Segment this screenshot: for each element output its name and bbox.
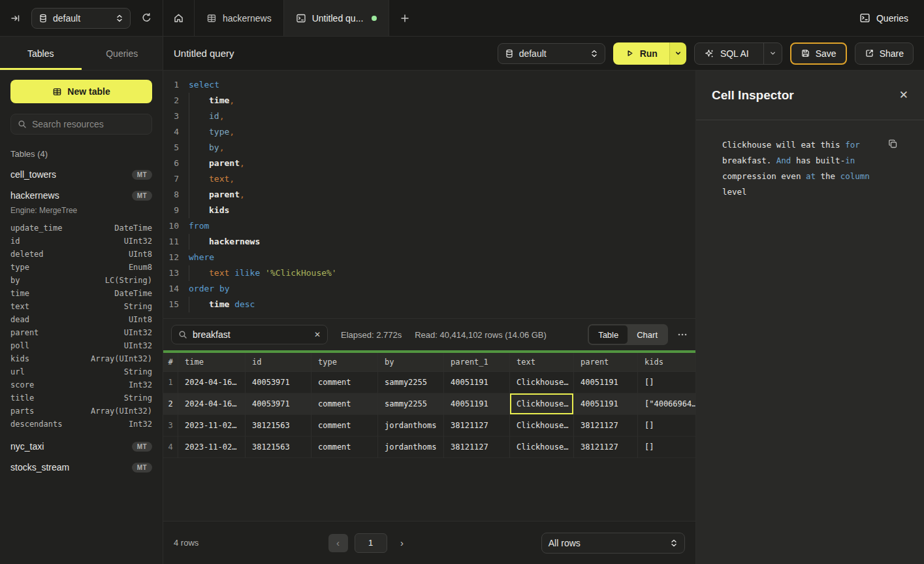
results-toolbar: ✕ Elapsed: 2.772s Read: 40,414,102 rows … <box>163 319 695 350</box>
cell[interactable]: 40051191 <box>574 393 638 415</box>
copy-icon[interactable] <box>887 139 898 149</box>
cell[interactable]: 40053971 <box>246 393 311 415</box>
cell[interactable]: 38121563 <box>246 415 311 437</box>
cell[interactable]: 2023-11-02… <box>178 437 246 458</box>
new-table-button[interactable]: New table <box>10 80 152 103</box>
col-header-text[interactable]: text <box>510 353 574 372</box>
schema-row: descendantsInt32 <box>10 418 152 431</box>
sidebar-tab-tables[interactable]: Tables <box>0 37 82 70</box>
schema-row: deadUInt8 <box>10 313 152 326</box>
query-title: Untitled query <box>174 48 490 59</box>
chevron-down-icon <box>675 50 682 57</box>
editor-results-column: 1select 2time, 3id, 4type, 5by, 6parent,… <box>163 71 695 564</box>
code-line: 13text ilike '%ClickHouse%' <box>163 265 695 281</box>
run-options-button[interactable] <box>669 42 686 65</box>
col-header-type[interactable]: type <box>311 353 378 372</box>
toggle-chart[interactable]: Chart <box>628 325 667 344</box>
col-header-kids[interactable]: kids <box>638 353 695 372</box>
sql-ai-options-button[interactable] <box>763 43 782 64</box>
cell[interactable]: ["40066964… <box>638 393 695 415</box>
cell[interactable]: jordanthoms <box>378 415 444 437</box>
sidebar-tab-queries[interactable]: Queries <box>82 37 163 70</box>
resource-search-input[interactable] <box>32 119 150 129</box>
cell[interactable]: Clickhouse… <box>510 437 574 458</box>
engine-label: Engine: MergeTree <box>10 206 152 215</box>
cell[interactable]: 40053971 <box>246 372 311 393</box>
close-icon[interactable]: ✕ <box>899 88 908 102</box>
cell[interactable]: comment <box>311 372 378 393</box>
search-icon <box>18 120 27 129</box>
cell[interactable]: 2024-04-16… <box>178 372 246 393</box>
cell[interactable]: [] <box>638 372 695 393</box>
table-name: cell_towers <box>10 169 56 180</box>
cell[interactable]: 38121127 <box>574 437 638 458</box>
next-page-button[interactable]: › <box>392 534 412 552</box>
sidebar-item-nyc-taxi[interactable]: nyc_taxi MT <box>10 441 152 452</box>
database-selector[interactable]: default <box>31 8 131 29</box>
results-search-input[interactable] <box>193 329 309 340</box>
cell[interactable]: 38121127 <box>444 437 510 458</box>
results-empty-area <box>163 458 695 521</box>
sql-editor[interactable]: 1select 2time, 3id, 4type, 5by, 6parent,… <box>163 71 695 319</box>
selected-cell[interactable]: Clickhouse… <box>510 393 574 415</box>
terminal-icon <box>859 12 870 24</box>
tab-hackernews[interactable]: hackernews <box>195 0 284 36</box>
save-button[interactable]: Save <box>790 42 847 65</box>
sidebar-item-hackernews[interactable]: hackernews MT <box>10 190 152 201</box>
col-header-parent[interactable]: parent <box>574 353 638 372</box>
col-header-parent-1[interactable]: parent_1 <box>444 353 510 372</box>
cell[interactable]: [] <box>638 437 695 458</box>
results-search: ✕ <box>171 325 328 344</box>
tab-untitled-query[interactable]: Untitled qu... <box>284 0 390 36</box>
cell[interactable]: 38121127 <box>574 415 638 437</box>
updown-chevron-icon <box>590 49 598 58</box>
tab-home[interactable] <box>163 0 195 36</box>
col-header-id[interactable]: id <box>246 353 311 372</box>
new-tab-button[interactable] <box>389 0 421 36</box>
cell[interactable]: 2023-11-02… <box>178 415 246 437</box>
cell[interactable]: 40051191 <box>444 393 510 415</box>
sidebar-item-cell-towers[interactable]: cell_towers MT <box>10 169 152 180</box>
save-button-label: Save <box>816 48 836 59</box>
cell[interactable]: 2024-04-16… <box>178 393 246 415</box>
toggle-table[interactable]: Table <box>589 325 628 344</box>
run-button[interactable]: Run <box>613 42 669 65</box>
col-header-time[interactable]: time <box>178 353 246 372</box>
read-stat: Read: 40,414,102 rows (14.06 GB) <box>415 330 547 340</box>
query-database-selector[interactable]: default <box>498 43 605 64</box>
cell[interactable]: sammy2255 <box>378 393 444 415</box>
cell[interactable]: comment <box>311 415 378 437</box>
code-line: 2time, <box>163 93 695 108</box>
more-options-icon[interactable] <box>677 329 688 340</box>
clear-search-icon[interactable]: ✕ <box>314 330 321 339</box>
cell[interactable]: comment <box>311 393 378 415</box>
share-button[interactable]: Share <box>855 42 914 65</box>
collapse-sidebar-icon[interactable] <box>10 13 21 24</box>
cell[interactable]: sammy2255 <box>378 372 444 393</box>
cell[interactable]: 38121127 <box>444 415 510 437</box>
col-header-by[interactable]: by <box>378 353 444 372</box>
refresh-icon[interactable] <box>141 12 152 24</box>
col-header-index[interactable]: # <box>163 353 178 372</box>
cell[interactable]: 38121563 <box>246 437 311 458</box>
queries-button[interactable]: Queries <box>859 12 908 24</box>
cell[interactable]: Clickhouse… <box>510 372 574 393</box>
cell[interactable]: 40051191 <box>444 372 510 393</box>
page-size-value: All rows <box>549 538 665 548</box>
sql-ai-label: SQL AI <box>720 48 749 59</box>
query-header: Untitled query default Run <box>163 37 924 71</box>
schema-row: urlString <box>10 365 152 378</box>
sidebar-item-stocks-stream[interactable]: stocks_stream MT <box>10 462 152 473</box>
table-icon <box>52 87 62 97</box>
code-line: 9kids <box>163 203 695 218</box>
cell[interactable]: comment <box>311 437 378 458</box>
prev-page-button[interactable]: ‹ <box>328 534 348 552</box>
page-size-selector[interactable]: All rows <box>541 533 685 554</box>
cell[interactable]: 40051191 <box>574 372 638 393</box>
cell[interactable]: [] <box>638 415 695 437</box>
sql-ai-button[interactable]: SQL AI <box>695 43 758 64</box>
table-name: nyc_taxi <box>10 441 44 452</box>
cell[interactable]: Clickhouse… <box>510 415 574 437</box>
page-number-input[interactable] <box>355 533 387 553</box>
cell[interactable]: jordanthoms <box>378 437 444 458</box>
